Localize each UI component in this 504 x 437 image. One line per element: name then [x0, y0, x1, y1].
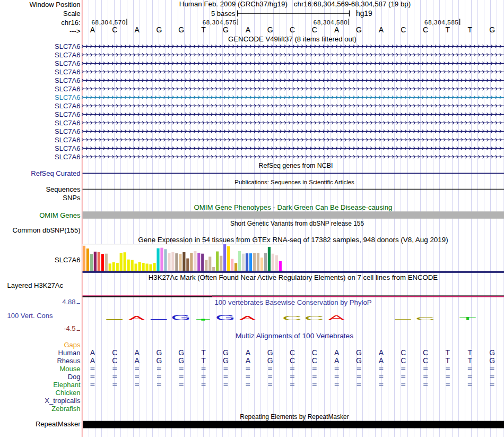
svg-text:C: C	[112, 356, 117, 365]
svg-text:T: T	[467, 348, 472, 357]
svg-text:C: C	[282, 315, 302, 321]
svg-text:T: T	[467, 25, 472, 34]
svg-text:T: T	[467, 356, 472, 365]
svg-text:A: A	[134, 348, 140, 357]
svg-text:G: G	[267, 25, 273, 34]
svg-text:A: A	[246, 25, 251, 34]
svg-text:A: A	[134, 356, 140, 365]
svg-text:G: G	[267, 348, 273, 357]
svg-text:G: G	[356, 356, 362, 365]
svg-text:C: C	[112, 348, 117, 357]
svg-text:C: C	[423, 25, 428, 34]
svg-text:A: A	[90, 348, 95, 357]
svg-text:A: A	[379, 348, 384, 357]
svg-text:G: G	[215, 313, 236, 322]
svg-text:T: T	[446, 348, 450, 357]
svg-text:G: G	[489, 356, 495, 365]
svg-text:G: G	[223, 25, 229, 34]
svg-text:A: A	[334, 25, 340, 34]
svg-text:68,304,585: 68,304,585	[424, 19, 459, 25]
svg-text:C: C	[312, 356, 317, 365]
svg-text:C: C	[415, 316, 435, 321]
svg-text:T: T	[446, 25, 450, 34]
svg-text:G: G	[156, 25, 162, 34]
svg-text:A: A	[90, 356, 95, 365]
svg-text:G: G	[356, 348, 362, 357]
svg-text:C: C	[401, 348, 406, 357]
svg-text:C: C	[312, 348, 317, 357]
svg-text:G: G	[171, 313, 191, 322]
svg-text:A: A	[90, 25, 95, 34]
svg-text:A: A	[246, 356, 251, 365]
svg-text:T: T	[459, 315, 476, 321]
svg-text:A: A	[246, 348, 251, 357]
svg-text:A: A	[334, 356, 340, 365]
svg-text:68,304,580: 68,304,580	[314, 19, 348, 25]
svg-text:T: T	[201, 348, 206, 357]
svg-text:C: C	[112, 25, 117, 34]
svg-text:C: C	[423, 348, 428, 357]
svg-text:A: A	[334, 348, 340, 357]
svg-text:A: A	[379, 356, 384, 365]
svg-text:G: G	[178, 356, 184, 365]
svg-text:68,304,575: 68,304,575	[203, 19, 237, 25]
svg-text:G: G	[156, 356, 162, 365]
svg-text:A: A	[328, 314, 345, 321]
svg-text:C: C	[305, 315, 324, 321]
svg-text:C: C	[290, 348, 295, 357]
svg-text:T: T	[201, 25, 206, 34]
svg-text:G: G	[178, 348, 184, 357]
svg-text:C: C	[290, 356, 295, 365]
svg-text:A: A	[239, 314, 257, 321]
svg-text:T: T	[201, 356, 206, 365]
svg-text:C: C	[401, 25, 406, 34]
svg-text:G: G	[223, 348, 229, 357]
svg-text:68,304,570: 68,304,570	[91, 19, 126, 25]
svg-text:G: G	[489, 348, 495, 357]
svg-text:G: G	[356, 25, 362, 34]
svg-text:G: G	[267, 356, 273, 365]
svg-text:C: C	[401, 356, 406, 365]
svg-text:A: A	[379, 25, 384, 34]
svg-text:C: C	[312, 25, 317, 34]
svg-text:G: G	[156, 348, 162, 357]
svg-text:G: G	[223, 356, 229, 365]
svg-text:C: C	[423, 356, 428, 365]
svg-text:C: C	[290, 25, 295, 34]
svg-text:A: A	[128, 315, 145, 321]
svg-text:G: G	[489, 25, 495, 34]
svg-text:A: A	[134, 25, 140, 34]
svg-text:T: T	[446, 356, 450, 365]
svg-text:G: G	[178, 25, 184, 34]
